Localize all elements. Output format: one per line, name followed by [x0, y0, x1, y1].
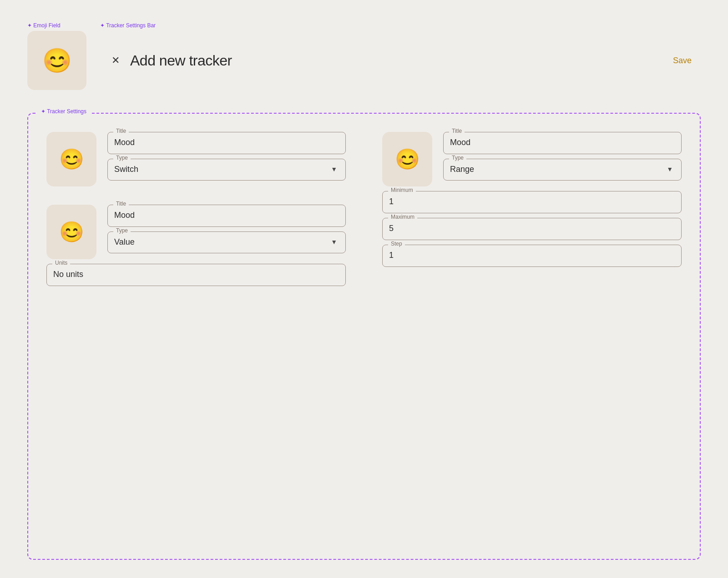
units-input[interactable]	[53, 268, 339, 281]
title-input-range[interactable]	[450, 136, 675, 149]
emoji-field-box[interactable]: 😊	[27, 31, 86, 90]
minimum-field: Minimum	[382, 191, 682, 213]
type-label-range: Type	[449, 155, 466, 161]
tracker-emoji-range-icon: 😊	[395, 147, 420, 171]
tracker-emoji-switch-icon: 😊	[59, 147, 84, 171]
title-field-switch: Title	[107, 132, 346, 154]
type-select-wrapper-switch: Switch Value Range ▼	[114, 163, 339, 176]
tracker-settings-label: Tracker Settings	[37, 108, 90, 115]
type-field-range: Type Switch Value Range ▼	[443, 159, 682, 181]
tracker-header: ✕ Add new tracker Save	[99, 31, 701, 90]
type-select-wrapper-value: Switch Value Range ▼	[114, 236, 339, 248]
tracker-row-value: 😊 Title Type Switch Value Range	[46, 205, 346, 259]
minimum-label: Minimum	[388, 187, 416, 193]
maximum-label: Maximum	[388, 214, 417, 220]
tracker-emoji-range[interactable]: 😊	[382, 132, 432, 186]
tracker-range-column: 😊 Title Type Switch Value Range	[382, 132, 682, 286]
type-select-wrapper-range: Switch Value Range ▼	[450, 163, 675, 176]
tracker-switch-column: 😊 Title Type Switch Value Range	[46, 132, 346, 286]
title-input-switch[interactable]	[114, 136, 339, 149]
type-select-value[interactable]: Switch Value Range	[114, 236, 339, 248]
tracker-fields-value: Title Type Switch Value Range ▼	[107, 205, 346, 253]
title-field-value: Title	[107, 205, 346, 227]
value-extra-fields: Units	[46, 264, 346, 286]
title-label-range: Title	[449, 128, 465, 134]
tracker-settings-panel: Tracker Settings 😊 Title Type	[27, 113, 701, 560]
type-select-switch[interactable]: Switch Value Range	[114, 163, 339, 176]
panel-grid: 😊 Title Type Switch Value Range	[46, 132, 682, 286]
type-field-value: Type Switch Value Range ▼	[107, 231, 346, 253]
units-label: Units	[52, 260, 70, 266]
minimum-input[interactable]	[389, 195, 675, 208]
title-label-value: Title	[113, 201, 129, 207]
tracker-emoji-value[interactable]: 😊	[46, 205, 96, 259]
title-input-value[interactable]	[114, 209, 339, 222]
title-field-range: Title	[443, 132, 682, 154]
title-label-switch: Title	[113, 128, 129, 134]
tracker-settings-bar-label: Tracker Settings Bar	[100, 22, 156, 29]
step-label: Step	[388, 241, 405, 247]
tracker-row-range: 😊 Title Type Switch Value Range	[382, 132, 682, 186]
units-field: Units	[46, 264, 346, 286]
tracker-fields-range: Title Type Switch Value Range ▼	[443, 132, 682, 181]
tracker-emoji-switch[interactable]: 😊	[46, 132, 96, 186]
range-extra-fields: Minimum Maximum Step	[382, 191, 682, 267]
tracker-emoji-value-icon: 😊	[59, 220, 84, 244]
emoji-field-emoji: 😊	[42, 47, 72, 75]
tracker-fields-switch: Title Type Switch Value Range ▼	[107, 132, 346, 181]
tracker-row-switch: 😊 Title Type Switch Value Range	[46, 132, 346, 186]
maximum-input[interactable]	[389, 222, 675, 235]
type-select-range[interactable]: Switch Value Range	[450, 163, 675, 176]
emoji-field-label: Emoji Field	[27, 22, 61, 29]
save-button[interactable]: Save	[673, 56, 692, 65]
step-input[interactable]	[389, 249, 675, 262]
type-label-switch: Type	[113, 155, 131, 161]
type-field-switch: Type Switch Value Range ▼	[107, 159, 346, 181]
type-label-value: Type	[113, 227, 131, 234]
page-title: Add new tracker	[130, 52, 232, 69]
close-button[interactable]: ✕	[108, 53, 123, 68]
step-field: Step	[382, 245, 682, 267]
maximum-field: Maximum	[382, 218, 682, 240]
